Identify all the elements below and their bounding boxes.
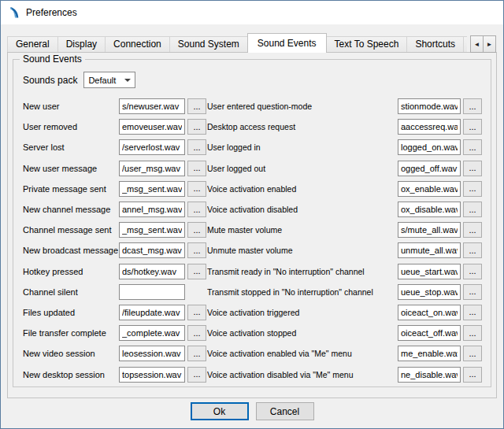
browse-button-transmit-ready-no-interruption[interactable]: ... bbox=[463, 264, 482, 279]
ok-button[interactable]: Ok bbox=[191, 402, 249, 420]
event-label: User removed bbox=[23, 122, 119, 131]
sound-file-input-file-transfer-complete[interactable] bbox=[119, 325, 185, 341]
groupbox-title: Sound Events bbox=[20, 54, 85, 65]
sound-events-groupbox: Sound Events Sounds pack Default New use… bbox=[13, 59, 491, 387]
event-label: Hotkey pressed bbox=[23, 267, 119, 276]
event-label: User entered question-mode bbox=[207, 102, 398, 111]
browse-button-hotkey-pressed[interactable]: ... bbox=[187, 264, 206, 279]
browse-button-user-logged-in[interactable]: ... bbox=[463, 139, 482, 155]
browse-button-new-user[interactable]: ... bbox=[187, 98, 206, 114]
row-channel-message-sent: Channel message sent ... bbox=[23, 220, 206, 240]
event-label: Voice activation disabled bbox=[207, 205, 398, 214]
tab-scroll-buttons: ◄ ► bbox=[470, 35, 496, 53]
titlebar[interactable]: Preferences bbox=[1, 1, 503, 24]
sound-file-input-server-lost[interactable] bbox=[119, 139, 185, 155]
browse-button-new-video-session[interactable]: ... bbox=[187, 346, 206, 361]
browse-button-files-updated[interactable]: ... bbox=[187, 305, 206, 320]
browse-button-private-message-sent[interactable]: ... bbox=[187, 181, 206, 197]
browse-button-new-user-message[interactable]: ... bbox=[187, 161, 206, 176]
sounds-pack-row: Sounds pack Default bbox=[23, 72, 491, 88]
chevron-down-icon bbox=[124, 79, 131, 82]
browse-button-desktop-access-request[interactable]: ... bbox=[463, 119, 482, 135]
tab-scroll-left-icon[interactable]: ◄ bbox=[470, 35, 484, 53]
sound-file-input-new-user[interactable] bbox=[119, 98, 185, 114]
event-label: New channel message bbox=[23, 205, 119, 214]
row-new-user: New user ... bbox=[23, 96, 206, 116]
row-voice-activation-stopped: Voice activation stopped ... bbox=[207, 323, 482, 343]
tab-connection[interactable]: Connection bbox=[105, 36, 170, 53]
event-label: User logged out bbox=[207, 164, 398, 173]
event-label: New video session bbox=[23, 349, 119, 358]
row-user-logged-in: User logged in ... bbox=[207, 137, 482, 157]
sound-file-input-user-logged-out[interactable] bbox=[398, 161, 461, 176]
sound-file-input-transmit-ready-no-interruption[interactable] bbox=[398, 264, 461, 279]
sound-file-input-new-user-message[interactable] bbox=[119, 161, 185, 176]
browse-button-new-channel-message[interactable]: ... bbox=[187, 202, 206, 217]
sound-file-input-files-updated[interactable] bbox=[119, 305, 185, 320]
row-files-updated: Files updated ... bbox=[23, 302, 206, 323]
tab-shortcuts[interactable]: Shortcuts bbox=[406, 36, 464, 53]
sound-file-input-user-removed[interactable] bbox=[119, 119, 185, 135]
event-label: Transmit ready in "No interruption" chan… bbox=[207, 267, 398, 276]
tab-display[interactable]: Display bbox=[57, 36, 106, 53]
sound-file-input-mute-master-volume[interactable] bbox=[398, 222, 461, 238]
sound-file-input-new-broadcast-message[interactable] bbox=[119, 242, 185, 258]
sound-file-input-hotkey-pressed[interactable] bbox=[119, 264, 185, 279]
sound-file-input-new-video-session[interactable] bbox=[119, 346, 185, 361]
tab-strip: General Display Connection Sound System … bbox=[7, 32, 467, 53]
tab-page-sound-events: Sound Events Sounds pack Default New use… bbox=[7, 52, 497, 398]
sound-file-input-voice-activation-triggered[interactable] bbox=[398, 305, 461, 320]
browse-button-file-transfer-complete[interactable]: ... bbox=[187, 325, 206, 341]
browse-button-transmit-stopped-no-interruption[interactable]: ... bbox=[463, 284, 482, 300]
row-transmit-stopped-no-interruption: Transmit stopped in "No interruption" ch… bbox=[207, 282, 482, 302]
browse-button-user-removed[interactable]: ... bbox=[187, 119, 206, 135]
browse-button-new-broadcast-message[interactable]: ... bbox=[187, 242, 206, 258]
row-new-user-message: New user message ... bbox=[23, 158, 206, 179]
browse-button-voice-activation-enabled-me-menu[interactable]: ... bbox=[463, 346, 482, 361]
event-label: User logged in bbox=[207, 142, 398, 152]
browse-button-server-lost[interactable]: ... bbox=[187, 139, 206, 155]
tab-sound-system[interactable]: Sound System bbox=[169, 36, 248, 53]
browse-button-channel-message-sent[interactable]: ... bbox=[187, 222, 206, 238]
row-mute-master-volume: Mute master volume ... bbox=[207, 220, 482, 240]
browse-button-mute-master-volume[interactable]: ... bbox=[463, 222, 482, 238]
sound-file-input-voice-activation-enabled[interactable] bbox=[398, 181, 461, 197]
sound-file-input-private-message-sent[interactable] bbox=[119, 181, 185, 197]
event-label: Private message sent bbox=[23, 184, 119, 194]
browse-button-voice-activation-triggered[interactable]: ... bbox=[463, 305, 482, 320]
browse-button-voice-activation-disabled[interactable]: ... bbox=[463, 202, 482, 217]
tab-text-to-speech[interactable]: Text To Speech bbox=[326, 36, 408, 53]
sounds-pack-label: Sounds pack bbox=[23, 75, 77, 86]
sound-file-input-voice-activation-stopped[interactable] bbox=[398, 325, 461, 341]
sound-file-input-transmit-stopped-no-interruption[interactable] bbox=[398, 284, 461, 300]
tab-video[interactable]: Video bbox=[463, 36, 467, 53]
browse-button-unmute-master-volume[interactable]: ... bbox=[463, 242, 482, 258]
sounds-pack-select[interactable]: Default bbox=[83, 72, 135, 88]
sound-file-input-voice-activation-disabled[interactable] bbox=[398, 202, 461, 217]
tab-general[interactable]: General bbox=[7, 36, 58, 53]
sound-file-input-channel-message-sent[interactable] bbox=[119, 222, 185, 238]
sound-file-input-user-logged-in[interactable] bbox=[398, 139, 461, 155]
row-unmute-master-volume: Unmute master volume ... bbox=[207, 240, 482, 261]
browse-button-voice-activation-enabled[interactable]: ... bbox=[463, 181, 482, 197]
event-label: New desktop session bbox=[23, 370, 119, 379]
browse-button-voice-activation-stopped[interactable]: ... bbox=[463, 325, 482, 341]
browse-button-user-entered-question-mode[interactable]: ... bbox=[463, 98, 482, 114]
row-user-logged-out: User logged out ... bbox=[207, 158, 482, 179]
cancel-button[interactable]: Cancel bbox=[256, 402, 314, 420]
sound-file-input-channel-silent[interactable] bbox=[119, 284, 185, 300]
browse-button-voice-activation-disabled-me-menu[interactable]: ... bbox=[463, 367, 482, 383]
tab-scroll-right-icon[interactable]: ► bbox=[483, 35, 496, 53]
sound-file-input-voice-activation-disabled-me-menu[interactable] bbox=[398, 367, 461, 383]
sound-file-input-voice-activation-enabled-me-menu[interactable] bbox=[398, 346, 461, 361]
sound-file-input-new-channel-message[interactable] bbox=[119, 202, 185, 217]
sound-file-input-desktop-access-request[interactable] bbox=[398, 119, 461, 135]
sound-file-input-unmute-master-volume[interactable] bbox=[398, 242, 461, 258]
sound-file-input-new-desktop-session[interactable] bbox=[119, 367, 185, 383]
row-voice-activation-enabled: Voice activation enabled ... bbox=[207, 179, 482, 199]
sound-file-input-user-entered-question-mode[interactable] bbox=[398, 98, 461, 114]
browse-button-user-logged-out[interactable]: ... bbox=[463, 161, 482, 176]
browse-button-new-desktop-session[interactable]: ... bbox=[187, 367, 206, 383]
tab-sound-events[interactable]: Sound Events bbox=[247, 33, 327, 53]
event-label: File transfer complete bbox=[23, 328, 119, 338]
